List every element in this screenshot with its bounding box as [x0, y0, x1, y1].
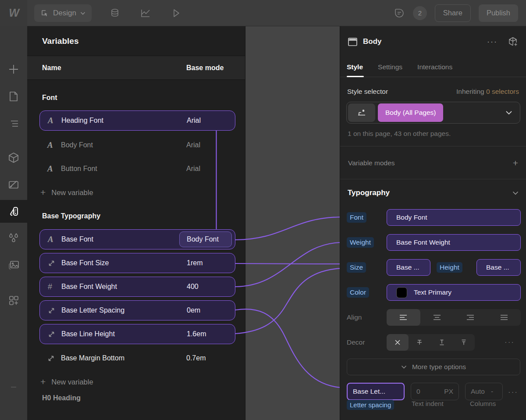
variables-panel: Variables Name Base mode Font A Heading … — [27, 26, 245, 420]
variable-row-button-font[interactable]: A Button Font Arial — [39, 159, 235, 179]
font-value-field[interactable]: Body Font — [387, 209, 521, 226]
notification-count-badge[interactable]: 2 — [413, 6, 427, 20]
column-mode-header: Base mode — [186, 64, 224, 72]
variable-row-heading-font[interactable]: A Heading Font Arial — [39, 110, 235, 131]
variable-name: Heading Font — [61, 117, 103, 125]
height-property-label: Height — [437, 262, 462, 273]
selected-class-pill[interactable]: Body (All Pages) — [378, 103, 443, 122]
align-property-label: Align — [347, 313, 362, 321]
pages-icon[interactable] — [0, 85, 27, 107]
cms-database-icon[interactable] — [109, 0, 121, 26]
design-mode-button[interactable]: Design — [34, 4, 92, 22]
site-settings-icon[interactable] — [0, 174, 27, 196]
new-variable-button[interactable]: + New variable — [40, 182, 93, 203]
text-indent-value: 0 — [416, 388, 420, 395]
wire-base-weight-to-weight — [235, 242, 341, 287]
variable-row-body-font[interactable]: A Body Font Arial — [39, 135, 235, 155]
new-variable-button[interactable]: + New variable — [40, 372, 93, 392]
strikethrough-button[interactable] — [409, 334, 430, 351]
columns-value: Auto — [471, 388, 485, 395]
variable-row-base-font[interactable]: A Base Font Body Font — [39, 229, 235, 249]
element-menu-dots[interactable]: ··· — [487, 37, 498, 46]
inspector-tabs: Style Settings Interactions — [340, 57, 526, 77]
decor-more-dots[interactable]: ··· — [505, 338, 515, 347]
variable-value: 1rem — [187, 259, 203, 267]
variables-panel-title: Variables — [27, 26, 245, 56]
add-variable-mode-button[interactable]: + — [513, 158, 518, 168]
variable-modes-row: Variable modes + — [340, 152, 526, 174]
divider — [340, 146, 526, 146]
webflow-logo[interactable]: W — [0, 0, 27, 26]
assets-icon[interactable] — [0, 254, 27, 276]
navigator-icon[interactable] — [0, 113, 27, 135]
style-selector-input[interactable]: Body (All Pages) — [346, 102, 520, 124]
wire-base-font-to-font — [235, 217, 341, 240]
decoration-none-button[interactable] — [387, 334, 409, 351]
typography-section-heading: Typography — [348, 189, 390, 197]
variable-value-chip[interactable]: Body Font — [179, 231, 232, 247]
variable-value: 0.7em — [186, 354, 206, 362]
height-value-field[interactable]: Base ... — [476, 259, 521, 276]
apps-icon[interactable] — [0, 289, 27, 311]
text-align-control — [387, 309, 521, 326]
align-justify-button[interactable] — [487, 309, 521, 326]
analytics-icon[interactable] — [140, 0, 151, 26]
align-left-button[interactable] — [387, 309, 420, 326]
variable-row-base-line-height[interactable]: Base Line Height 1.6em — [39, 324, 235, 344]
variables-list: Font A Heading Font Arial A Body Font Ar… — [27, 80, 245, 420]
chevron-down-icon[interactable] — [505, 110, 512, 115]
text-indent-field[interactable]: 0 PX — [411, 383, 459, 400]
style-inspector-panel: Body ··· Style Settings Interactions Sty… — [340, 26, 526, 420]
style-variables-icon-active[interactable] — [0, 200, 27, 223]
tab-settings[interactable]: Settings — [378, 57, 402, 77]
overline-button[interactable] — [453, 334, 475, 351]
tab-interactions[interactable]: Interactions — [417, 57, 452, 77]
variable-value: 400 — [187, 283, 199, 291]
variable-row-base-letter-spacing[interactable]: Base Letter Spacing 0em — [39, 300, 235, 320]
variables-drops-icon[interactable] — [0, 227, 27, 249]
more-type-options-button[interactable]: More type options — [347, 359, 520, 375]
divider — [340, 179, 526, 179]
variable-value: 1.6em — [187, 330, 206, 338]
create-component-icon[interactable] — [508, 36, 519, 47]
toolbar-footer-dash — [0, 376, 27, 398]
variable-row-base-font-size[interactable]: Base Font Size 1rem — [39, 253, 235, 273]
columns-field[interactable]: Auto - — [465, 383, 503, 400]
letter-spacing-field[interactable]: Base Let... — [347, 383, 405, 400]
height-value: Base ... — [486, 263, 509, 271]
plus-icon: + — [40, 377, 46, 387]
variable-name: Base Font — [61, 235, 93, 243]
color-value-field[interactable]: Text Primary — [387, 284, 521, 301]
variable-name: Base Line Height — [61, 330, 115, 338]
section-heading-font: Font — [42, 90, 57, 105]
variable-row-base-font-weight[interactable]: # Base Font Weight 400 — [39, 277, 235, 297]
comments-icon[interactable] — [394, 0, 405, 26]
inherit-count[interactable]: 0 selectors — [486, 88, 519, 95]
plus-icon: + — [40, 187, 46, 198]
number-variable-icon: # — [48, 282, 61, 292]
weight-value-field[interactable]: Base Font Weight — [387, 234, 521, 251]
publish-button[interactable]: Publish — [479, 4, 518, 22]
bottom-more-dots[interactable]: ··· — [508, 388, 518, 397]
text-indent-label: Text indent — [412, 400, 444, 407]
collapse-section-icon[interactable] — [512, 191, 519, 195]
decor-property-label: Decor — [347, 338, 365, 346]
font-value: Body Font — [396, 214, 427, 221]
variable-row-base-margin-bottom[interactable]: Base Margin Bottom 0.7em — [39, 348, 235, 368]
top-bar: W Design 2 Shar — [0, 0, 526, 26]
components-icon[interactable] — [0, 147, 27, 169]
tab-style[interactable]: Style — [347, 57, 363, 77]
size-variable-icon — [48, 260, 61, 267]
add-element-icon[interactable] — [0, 58, 27, 80]
underline-button[interactable] — [431, 334, 453, 351]
preview-play-icon[interactable] — [171, 0, 182, 26]
selector-state-icon[interactable] — [348, 103, 375, 122]
section-heading-h0: H0 Heading — [42, 391, 81, 406]
share-button[interactable]: Share — [435, 4, 471, 22]
design-label: Design — [53, 9, 76, 18]
align-center-button[interactable] — [420, 309, 454, 326]
wire-base-size-to-size — [235, 263, 341, 264]
new-variable-label: New variable — [51, 378, 93, 386]
align-right-button[interactable] — [454, 309, 487, 326]
size-value-field[interactable]: Base ... — [387, 259, 430, 276]
